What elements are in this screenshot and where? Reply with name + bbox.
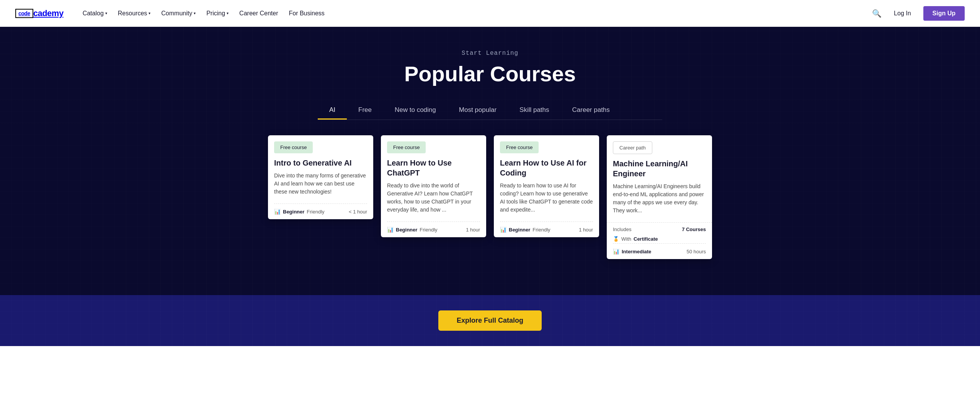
search-icon: 🔍 <box>872 9 882 18</box>
pricing-caret-icon: ▾ <box>227 11 229 15</box>
card-includes-3: Includes 7 Courses <box>607 222 712 234</box>
card-desc-3: Machine Learning/AI Engineers build end-… <box>607 182 712 222</box>
card-level-suffix-1: Friendly <box>420 227 437 233</box>
resources-label: Resources <box>118 10 147 17</box>
cert-label-3: With <box>621 236 631 242</box>
card-cert-left-3: 🏅 With Certificate <box>613 236 658 242</box>
login-button[interactable]: Log In <box>888 7 917 20</box>
catalog-caret-icon: ▾ <box>105 11 107 15</box>
pricing-label: Pricing <box>206 10 225 17</box>
card-hours-0: < 1 hour <box>349 209 367 215</box>
logo[interactable]: codecademy <box>15 8 64 18</box>
nav-links: Catalog ▾ Resources ▾ Community ▾ Pricin… <box>79 7 328 20</box>
career-center-label: Career Center <box>239 10 278 17</box>
card-meta-0: 📊 Beginner Friendly < 1 hour <box>268 204 373 219</box>
nav-link-community[interactable]: Community ▾ <box>157 7 199 20</box>
card-ai-coding[interactable]: Free course Learn How to Use AI for Codi… <box>494 135 599 237</box>
card-hours-3: 50 hours <box>686 249 706 254</box>
card-meta-left-1: 📊 Beginner Friendly <box>387 226 438 233</box>
cards-row: Free course Intro to Generative AI Dive … <box>268 135 712 259</box>
card-level-2: Beginner <box>509 227 530 233</box>
tab-most-popular[interactable]: Most popular <box>448 102 508 120</box>
tab-new-to-coding[interactable]: New to coding <box>383 102 448 120</box>
nav-right: 🔍 Log In Sign Up <box>872 6 965 21</box>
for-business-label: For Business <box>289 10 324 17</box>
card-hours-1: 1 hour <box>466 227 480 233</box>
level-icon-3: 📊 <box>613 248 619 254</box>
card-badge-1: Free course <box>387 141 426 153</box>
card-cert-3: 🏅 With Certificate <box>607 234 712 243</box>
card-title-0: Intro to Generative AI <box>268 158 373 172</box>
community-caret-icon: ▾ <box>194 11 196 15</box>
nav-left: codecademy Catalog ▾ Resources ▾ Communi… <box>15 7 328 20</box>
card-level-suffix-2: Friendly <box>532 227 550 233</box>
explore-catalog-button[interactable]: Explore Full Catalog <box>438 310 542 331</box>
card-meta-left-3: 📊 Intermediate <box>613 248 653 254</box>
tab-free[interactable]: Free <box>347 102 383 120</box>
card-meta-3: 📊 Intermediate 50 hours <box>607 244 712 259</box>
signup-button[interactable]: Sign Up <box>923 6 965 21</box>
nav-link-career-center[interactable]: Career Center <box>235 7 282 20</box>
card-desc-2: Ready to learn how to use AI for coding?… <box>494 182 599 222</box>
card-desc-1: Ready to dive into the world of Generati… <box>381 182 486 222</box>
logo-text: cademy <box>33 8 64 18</box>
card-level-0: Beginner <box>283 209 304 215</box>
tabs-container: AI Free New to coding Most popular Skill… <box>318 102 662 120</box>
card-meta-left-0: 📊 Beginner Friendly <box>274 208 325 215</box>
level-icon-1: 📊 <box>387 226 394 233</box>
nav-link-resources[interactable]: Resources ▾ <box>114 7 154 20</box>
nav-link-pricing[interactable]: Pricing ▾ <box>203 7 232 20</box>
community-label: Community <box>161 10 192 17</box>
card-desc-0: Dive into the many forms of generative A… <box>268 172 373 204</box>
catalog-label: Catalog <box>83 10 104 17</box>
card-level-suffix-0: Friendly <box>307 209 324 215</box>
tab-skill-paths[interactable]: Skill paths <box>508 102 560 120</box>
includes-value-3: 7 Courses <box>682 226 706 232</box>
resources-caret-icon: ▾ <box>149 11 150 15</box>
card-hours-2: 1 hour <box>579 227 593 233</box>
card-meta-1: 📊 Beginner Friendly 1 hour <box>381 222 486 237</box>
nav-link-catalog[interactable]: Catalog ▾ <box>79 7 111 20</box>
cert-value-3: Certificate <box>634 236 658 242</box>
card-title-1: Learn How to Use ChatGPT <box>381 158 486 182</box>
level-icon-2: 📊 <box>500 226 506 233</box>
includes-label-3: Includes <box>613 226 631 232</box>
logo-box: code <box>15 9 33 18</box>
card-level-1: Beginner <box>396 227 417 233</box>
search-button[interactable]: 🔍 <box>872 9 882 18</box>
explore-section: Explore Full Catalog <box>0 295 980 346</box>
card-ml-engineer[interactable]: Career path Machine Learning/AI Engineer… <box>607 135 712 259</box>
card-level-3: Intermediate <box>622 249 651 254</box>
hero-section: Start Learning Popular Courses AI Free N… <box>0 27 980 295</box>
hero-subtitle: Start Learning <box>462 50 518 57</box>
card-badge-2: Free course <box>500 141 539 153</box>
card-title-3: Machine Learning/AI Engineer <box>607 159 712 182</box>
card-badge-3: Career path <box>613 141 652 154</box>
card-title-2: Learn How to Use AI for Coding <box>494 158 599 182</box>
hero-title: Popular Courses <box>404 61 576 86</box>
tab-career-paths[interactable]: Career paths <box>561 102 621 120</box>
card-meta-left-2: 📊 Beginner Friendly <box>500 226 550 233</box>
nav-link-for-business[interactable]: For Business <box>285 7 328 20</box>
card-chatgpt[interactable]: Free course Learn How to Use ChatGPT Rea… <box>381 135 486 237</box>
level-icon-0: 📊 <box>274 208 281 215</box>
tab-ai[interactable]: AI <box>318 102 347 120</box>
card-intro-generative-ai[interactable]: Free course Intro to Generative AI Dive … <box>268 135 373 219</box>
card-meta-2: 📊 Beginner Friendly 1 hour <box>494 222 599 237</box>
cert-icon-3: 🏅 <box>613 236 619 242</box>
navbar: codecademy Catalog ▾ Resources ▾ Communi… <box>0 0 980 27</box>
card-badge-0: Free course <box>274 141 313 153</box>
